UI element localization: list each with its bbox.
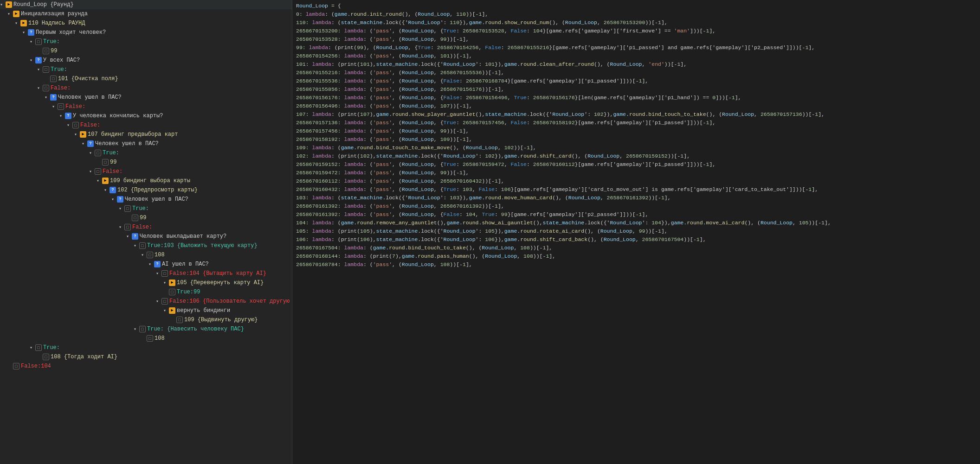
tree-arrow: ▾ <box>82 141 87 146</box>
tree-arrow: ▾ <box>22 30 28 35</box>
tree-node-label: True: <box>51 66 67 73</box>
tree-item-node99_3[interactable]: □99 <box>0 213 292 222</box>
node-checkbox: □ <box>50 76 57 82</box>
node-checkbox: □ <box>43 354 49 360</box>
node-sequence-icon: ► <box>80 131 86 138</box>
tree-arrow: ▾ <box>0 2 6 7</box>
tree-arrow: ▾ <box>37 67 43 72</box>
tree-node-label: 108 <box>155 335 165 342</box>
code-line-17: 109: lambda: (game.round.bind_touch_to_m… <box>292 144 980 152</box>
node-checkbox: □ <box>161 298 168 305</box>
tree-item-true4[interactable]: ▾□True: <box>0 204 292 213</box>
node-sequence-icon: ► <box>6 1 12 8</box>
code-line-18: 102: lambda: (print(102),state_machine.l… <box>292 152 980 160</box>
tree-node-label: Round_Loop {Раунд} <box>13 1 74 8</box>
code-line-26: 104: lambda: (game.round.remove_any_gaun… <box>292 219 980 227</box>
tree-item-true2[interactable]: ▾□True: <box>0 65 292 74</box>
tree-arrow: ▾ <box>148 261 154 267</box>
node-checkbox: □ <box>102 159 109 165</box>
tree-arrow: ▾ <box>89 169 95 174</box>
node-checkbox: □ <box>35 344 42 351</box>
tree-arrow: ▾ <box>141 252 147 258</box>
tree-node-label: AI ушел в ПАС? <box>162 261 209 267</box>
tree-item-node108_1[interactable]: ▾□108 <box>0 250 292 260</box>
tree-item-true8[interactable]: ▾□True: <box>0 343 292 352</box>
tree-node-label: 107 биндинг предвыбора карт <box>88 131 178 138</box>
tree-arrow: ▾ <box>119 206 124 211</box>
tree-item-first_move[interactable]: ▾?Первым ходит человек? <box>0 28 292 37</box>
tree-arrow: ▾ <box>156 299 161 304</box>
tree-node-label: Человек ушел в ПАС? <box>95 140 159 147</box>
code-line-2: 110: lambda: (state_machine.lock({'Round… <box>292 19 980 27</box>
tree-node-label: У человека кончились карты? <box>73 113 163 119</box>
tree-item-node109[interactable]: ▾►109 биндинг выбора карты <box>0 176 292 185</box>
code-panel[interactable]: Round_Loop = {0: lambda: (game.round.ini… <box>292 0 980 464</box>
node-sequence-icon: ► <box>13 11 19 17</box>
code-line-25: 2658670161392: lambda: ('pass', (Round_L… <box>292 210 980 219</box>
tree-arrow: ▾ <box>30 39 35 44</box>
tree-item-node105[interactable]: ▾►105 {Перевернуть карту AI} <box>0 278 292 287</box>
code-line-5: 99: lambda: (print(99), (Round_Loop, {Tr… <box>292 44 980 52</box>
tree-arrow: ▾ <box>156 271 161 276</box>
tree-item-false7[interactable]: ▾□False:106 {Пользователь хочет другую к… <box>0 297 292 306</box>
tree-node-label: вернуть биндинги <box>177 307 230 314</box>
tree-arrow: ▾ <box>104 187 110 193</box>
tree-item-false2[interactable]: ▾□False: <box>0 102 292 111</box>
tree-node-label: 99 <box>51 48 57 54</box>
tree-item-true6[interactable]: □True:99 <box>0 287 292 297</box>
tree-item-node108_3[interactable]: □108 {Тогда ходит AI} <box>0 352 292 362</box>
tree-node-label: False: <box>132 224 152 230</box>
tree-item-node102[interactable]: ▾?102 {Предпросмотр карты} <box>0 185 292 195</box>
code-line-29: 2658670167504: lambda: (game.round.bind_… <box>292 244 980 252</box>
tree-arrow: ▾ <box>30 345 35 350</box>
node-checkbox: □ <box>124 205 131 212</box>
tree-item-node101[interactable]: □101 {Очистка поля} <box>0 74 292 83</box>
tree-panel[interactable]: ▾►Round_Loop {Раунд}▾►Инициализация раун… <box>0 0 292 464</box>
tree-arrow: ▾ <box>163 280 169 286</box>
tree-item-false4[interactable]: ▾□False: <box>0 167 292 176</box>
tree-node-label: Человек ушел в ПАС? <box>125 196 188 203</box>
node-checkbox: □ <box>139 326 146 332</box>
tree-item-true5[interactable]: ▾□True:103 {Выложить текущую карту} <box>0 241 292 250</box>
tree-item-human_pas2[interactable]: ▾?Человек ушел в ПАС? <box>0 139 292 148</box>
tree-item-true7[interactable]: ▾□True: {Навесить человеку ПАС} <box>0 324 292 334</box>
tree-item-false6[interactable]: ▾□False:104 {Вытащить карту AI} <box>0 269 292 278</box>
tree-item-human_pas[interactable]: ▾?Человек ушел в ПАС? <box>0 93 292 102</box>
code-line-12: 2658670156496: lambda: ('pass', (Round_L… <box>292 102 980 110</box>
tree-item-node99_1[interactable]: □99 <box>0 46 292 56</box>
node-condition-icon: ? <box>110 187 116 193</box>
tree-item-human_cards[interactable]: ▾?У человека кончились карты? <box>0 111 292 121</box>
tree-node-label: True: {Навесить человеку ПАС} <box>147 326 244 332</box>
tree-arrow: ▾ <box>74 132 80 137</box>
tree-item-ai_pas[interactable]: ▾?AI ушел в ПАС? <box>0 260 292 269</box>
tree-item-node109_2[interactable]: □109 {Выдвинуть другую} <box>0 315 292 324</box>
tree-item-true1[interactable]: ▾□True: <box>0 37 292 46</box>
tree-arrow: ▾ <box>163 308 169 313</box>
code-line-3: 2658670153200: lambda: ('pass', (Round_L… <box>292 27 980 35</box>
tree-item-rebind[interactable]: ▾►вернуть биндинги <box>0 306 292 315</box>
tree-node-label: False: <box>80 122 100 128</box>
tree-item-false8[interactable]: □False:104 <box>0 362 292 371</box>
tree-item-false1[interactable]: ▾□False: <box>0 83 292 93</box>
tree-item-node107[interactable]: ▾►107 биндинг предвыбора карт <box>0 130 292 139</box>
tree-arrow: ▾ <box>126 234 132 239</box>
tree-arrow: ▾ <box>7 11 13 17</box>
tree-item-node110[interactable]: ▾►110 Надпись РАУНД <box>0 19 292 28</box>
tree-item-node99_2[interactable]: □99 <box>0 158 292 167</box>
code-line-19: 2658670159152: lambda: ('pass', (Round_L… <box>292 160 980 169</box>
tree-node-label: False: <box>51 85 71 91</box>
tree-item-false3[interactable]: ▾□False: <box>0 121 292 130</box>
tree-node-label: True: <box>103 150 119 156</box>
node-sequence-icon: ► <box>169 280 175 286</box>
tree-item-init[interactable]: ▾►Инициализация раунда <box>0 9 292 19</box>
tree-item-human_pas3[interactable]: ▾?Человек ушел в ПАС? <box>0 195 292 204</box>
tree-item-false5[interactable]: ▾□False: <box>0 222 292 232</box>
node-checkbox: □ <box>147 252 153 258</box>
tree-item-node108_2[interactable]: □108 <box>0 334 292 343</box>
tree-item-true3[interactable]: ▾□True: <box>0 148 292 158</box>
tree-item-human_play[interactable]: ▾?Человек выкладывает карту? <box>0 232 292 241</box>
tree-item-root[interactable]: ▾►Round_Loop {Раунд} <box>0 0 292 9</box>
node-condition-icon: ? <box>154 261 161 267</box>
node-condition-icon: ? <box>132 233 138 240</box>
tree-item-all_pas[interactable]: ▾?У всех ПАС? <box>0 56 292 65</box>
